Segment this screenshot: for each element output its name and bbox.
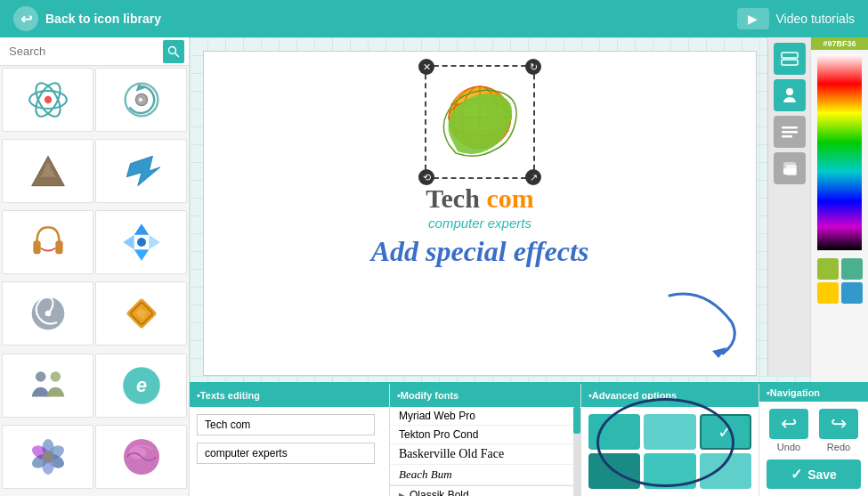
svg-rect-53 <box>783 168 796 175</box>
svg-rect-50 <box>782 135 792 138</box>
icon-grid: e <box>0 66 189 496</box>
effect-btn-2[interactable] <box>644 414 695 450</box>
effect-btn-6[interactable] <box>700 453 751 489</box>
save-button[interactable]: ✓ Save <box>767 459 861 489</box>
text1-input[interactable] <box>197 414 375 435</box>
svg-point-47 <box>786 88 793 95</box>
fonts-section: • Modify fonts Myriad Web Pro Tekton Pro… <box>390 384 581 496</box>
save-label: Save <box>807 468 837 482</box>
svg-point-20 <box>45 311 51 317</box>
undo-label: Undo <box>777 442 800 452</box>
undo-icon: ↩ <box>769 409 808 439</box>
svg-marker-11 <box>126 156 160 185</box>
list-item[interactable] <box>2 210 93 274</box>
search-icon <box>167 45 180 58</box>
undo-button[interactable]: ↩ Undo <box>769 409 808 452</box>
handle-tr[interactable]: ↻ <box>525 59 541 75</box>
list-item[interactable] <box>2 354 93 418</box>
svg-rect-45 <box>782 53 798 58</box>
redo-label: Redo <box>827 442 850 452</box>
nav-section: • Navigation ↩ Undo ↪ Redo ✓ Save <box>759 384 868 496</box>
list-item[interactable] <box>2 425 93 489</box>
list-item[interactable] <box>95 68 187 132</box>
svg-point-33 <box>42 451 53 462</box>
effects-grid: ✓ <box>581 407 758 496</box>
svg-rect-49 <box>782 131 798 134</box>
fonts-header: • Modify fonts <box>390 384 580 407</box>
svg-marker-17 <box>149 235 160 250</box>
text-sub: computer experts <box>428 215 531 231</box>
swatch-teal[interactable] <box>841 258 863 280</box>
handle-bl[interactable]: ⟲ <box>418 169 434 185</box>
fonts-scrollbar[interactable] <box>573 407 580 496</box>
fonts-scrollbar-thumb <box>573 407 580 434</box>
list-item[interactable] <box>2 281 93 346</box>
list-item[interactable] <box>2 68 93 132</box>
redo-button[interactable]: ↪ Redo <box>819 409 858 452</box>
logo-container[interactable]: ✕ ↻ ⟲ ↗ <box>425 65 535 179</box>
list-item[interactable]: Myriad Web Pro <box>390 407 573 426</box>
text2-input[interactable] <box>197 443 375 464</box>
list-item[interactable]: Beach Bum <box>390 465 573 485</box>
list-item[interactable]: ▶ Qlassik Bold <box>390 485 573 496</box>
search-bar <box>0 37 189 66</box>
save-check-icon: ✓ <box>791 466 802 483</box>
texts-section: • Texts editing <box>190 384 390 496</box>
handle-tl[interactable]: ✕ <box>418 59 434 75</box>
effect-btn-3[interactable]: ✓ <box>700 414 751 450</box>
back-to-library-button[interactable]: ↩ Back to icon library <box>13 6 161 31</box>
list-item[interactable] <box>95 139 187 203</box>
advanced-header: • Advanced options <box>581 384 758 407</box>
text-tool-button[interactable] <box>774 116 806 148</box>
video-tutorials-button[interactable]: ▶ Video tutorials <box>737 8 855 29</box>
svg-marker-16 <box>123 235 134 250</box>
list-item[interactable]: Tekton Pro Cond <box>390 426 573 444</box>
swatch-yellow[interactable] <box>817 282 839 304</box>
svg-marker-15 <box>134 250 149 262</box>
search-button[interactable] <box>163 40 184 63</box>
list-item[interactable] <box>95 425 187 489</box>
list-item[interactable] <box>2 139 93 203</box>
svg-rect-48 <box>782 126 798 129</box>
person-icon <box>781 86 799 104</box>
color-gradient[interactable] <box>817 54 862 250</box>
svg-rect-46 <box>782 60 798 65</box>
flower-icon <box>26 435 70 479</box>
list-item[interactable]: e <box>95 354 187 418</box>
video-icon: ▶ <box>737 8 769 29</box>
list-item[interactable] <box>95 281 187 346</box>
svg-marker-14 <box>134 224 149 234</box>
back-label: Back to icon library <box>45 12 161 26</box>
mountain-icon <box>26 149 70 193</box>
swatch-green[interactable] <box>817 258 839 280</box>
video-label: Video tutorials <box>776 12 855 26</box>
person-tool-button[interactable] <box>774 79 806 111</box>
bottom-panel: • Texts editing • Modify fonts Myriad We… <box>190 382 868 496</box>
color-hex: #97BF36 <box>811 37 868 50</box>
arrows-icon <box>119 220 164 264</box>
effect-btn-5[interactable] <box>644 453 695 489</box>
effect-btn-1[interactable] <box>588 414 640 450</box>
search-input[interactable] <box>4 43 163 60</box>
headphones-icon <box>26 220 70 264</box>
fonts-list: Myriad Web Pro Tekton Pro Cond Baskervil… <box>390 407 573 496</box>
effect-btn-4[interactable] <box>588 453 640 489</box>
texts-header: • Texts editing <box>190 384 389 407</box>
arrow-icon <box>119 149 164 193</box>
color-swatches <box>814 255 866 307</box>
refresh-circle-icon <box>119 77 164 122</box>
list-item[interactable] <box>95 210 187 274</box>
redo-icon: ↪ <box>819 409 858 439</box>
svg-text:e: e <box>135 373 146 395</box>
people-icon <box>26 363 70 408</box>
svg-point-18 <box>137 238 146 247</box>
handle-br[interactable]: ↗ <box>525 169 541 185</box>
svg-line-1 <box>175 53 180 57</box>
svg-point-24 <box>50 371 61 382</box>
list-item[interactable]: Baskerville Old Face <box>390 444 573 465</box>
swatch-blue[interactable] <box>841 282 863 304</box>
layout-tool-button[interactable] <box>774 43 806 75</box>
advanced-section: • Advanced options ✓ <box>581 384 759 496</box>
layers-tool-button[interactable] <box>774 152 806 184</box>
e-circle-icon: e <box>119 363 164 408</box>
